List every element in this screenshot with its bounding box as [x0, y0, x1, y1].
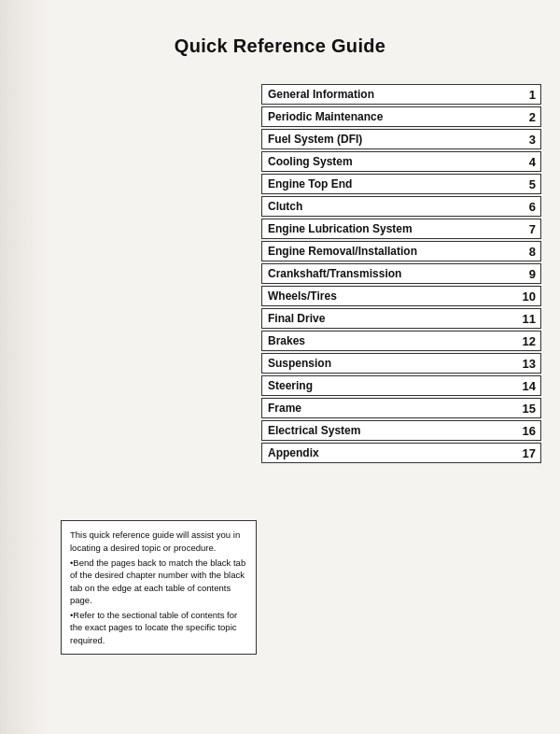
toc-number: 2: [512, 107, 540, 126]
toc-number: 4: [512, 152, 540, 171]
toc-number: 6: [512, 197, 540, 216]
toc-number: 1: [512, 85, 540, 104]
toc-row[interactable]: Clutch6: [261, 196, 541, 217]
note-line: •Refer to the sectional table of content…: [70, 609, 247, 646]
toc-row[interactable]: Frame15: [261, 398, 541, 418]
toc-label: Electrical System: [262, 421, 512, 440]
left-shadow: [0, 0, 51, 734]
toc-row[interactable]: Engine Top End5: [261, 174, 541, 194]
toc-label: Steering: [262, 376, 512, 395]
toc-row[interactable]: Final Drive11: [261, 308, 541, 329]
toc-number: 9: [512, 264, 540, 283]
note-line: This quick reference guide will assist y…: [70, 529, 247, 554]
toc-number: 3: [512, 130, 540, 148]
note-line: •Bend the pages back to match the black …: [70, 557, 247, 606]
toc-row[interactable]: General Information1: [261, 84, 541, 105]
toc-number: 14: [512, 376, 540, 395]
toc-number: 12: [512, 332, 540, 350]
toc-label: Crankshaft/Transmission: [262, 264, 512, 283]
toc-label: Cooling System: [262, 152, 512, 171]
page: Quick Reference Guide General Informatio…: [0, 0, 560, 734]
toc-number: 13: [512, 354, 540, 373]
toc-label: General Information: [262, 85, 512, 104]
toc-label: Appendix: [262, 444, 512, 462]
toc-label: Suspension: [262, 354, 512, 373]
toc-row[interactable]: Electrical System16: [261, 420, 541, 441]
toc-label: Engine Removal/Installation: [262, 242, 512, 261]
toc-row[interactable]: Steering14: [261, 375, 541, 396]
toc-number: 5: [512, 175, 540, 193]
toc-label: Fuel System (DFI): [262, 130, 512, 148]
toc-label: Brakes: [262, 332, 512, 350]
toc-row[interactable]: Crankshaft/Transmission9: [261, 263, 541, 284]
toc-container: General Information1Periodic Maintenance…: [261, 84, 541, 465]
toc-number: 10: [512, 287, 540, 305]
toc-label: Engine Top End: [262, 175, 512, 193]
toc-label: Frame: [262, 399, 512, 417]
toc-row[interactable]: Fuel System (DFI)3: [261, 129, 541, 149]
toc-number: 16: [512, 421, 540, 440]
toc-row[interactable]: Brakes12: [261, 331, 541, 351]
toc-row[interactable]: Engine Removal/Installation8: [261, 241, 541, 261]
page-title: Quick Reference Guide: [0, 0, 560, 74]
toc-label: Engine Lubrication System: [262, 219, 512, 238]
toc-number: 8: [512, 242, 540, 261]
toc-number: 17: [512, 444, 540, 462]
toc-row[interactable]: Cooling System4: [261, 151, 541, 172]
toc-label: Periodic Maintenance: [262, 107, 512, 126]
toc-row[interactable]: Periodic Maintenance2: [261, 106, 541, 127]
toc-row[interactable]: Appendix17: [261, 443, 541, 463]
toc-row[interactable]: Wheels/Tires10: [261, 286, 541, 306]
toc-number: 11: [512, 309, 540, 328]
toc-number: 15: [512, 399, 540, 417]
toc-number: 7: [512, 219, 540, 238]
toc-label: Final Drive: [262, 309, 512, 328]
toc-label: Wheels/Tires: [262, 287, 512, 305]
note-box: This quick reference guide will assist y…: [61, 520, 257, 655]
toc-label: Clutch: [262, 197, 512, 216]
toc-row[interactable]: Engine Lubrication System7: [261, 219, 541, 239]
toc-row[interactable]: Suspension13: [261, 353, 541, 374]
